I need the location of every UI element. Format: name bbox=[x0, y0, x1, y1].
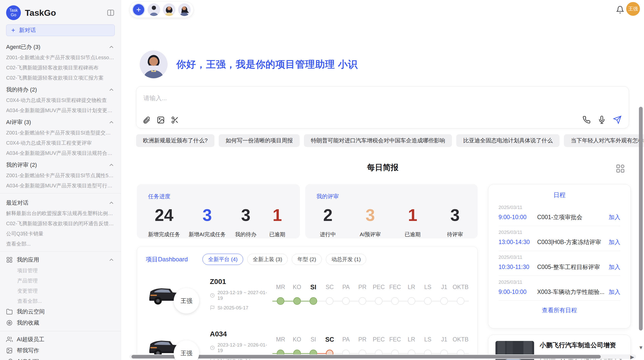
chevron-up-icon[interactable] bbox=[108, 257, 115, 263]
list-item[interactable]: Z001-全新燃油轻卡产品开发项目SI节点属性5D文件评审 bbox=[6, 170, 115, 181]
logo-row: Task Go TaskGo bbox=[6, 4, 115, 22]
microphone-icon[interactable] bbox=[598, 116, 606, 124]
chevron-up-icon[interactable] bbox=[108, 200, 115, 206]
filter-new-platform[interactable]: 全新平台 (4) bbox=[202, 254, 243, 265]
phone-icon[interactable] bbox=[582, 116, 591, 124]
scissors-icon[interactable] bbox=[171, 116, 179, 124]
sidebar-item-ai-employee[interactable]: AI超级员工 bbox=[6, 334, 115, 345]
app-item-change[interactable]: 变更管理 bbox=[6, 286, 115, 296]
join-button[interactable]: 加入 bbox=[609, 288, 620, 296]
task-progress-card: 任务进度 24 新增完成任务 3 新增AI完成任务 3 我的待办 1 已逾期 bbox=[137, 184, 300, 238]
owner-name: 王强 bbox=[181, 297, 192, 305]
recent-view-all[interactable]: 查看全部... bbox=[6, 239, 115, 249]
milestone-J1: J1 bbox=[436, 283, 452, 305]
milestone-MR: MR bbox=[272, 283, 289, 305]
sidebar-collapse-icon[interactable] bbox=[107, 9, 115, 17]
apps-view-all[interactable]: 查看全部... bbox=[6, 296, 115, 306]
event-time: 9:00-10:00 bbox=[499, 214, 537, 221]
avatar[interactable] bbox=[178, 3, 191, 16]
section-my-apps[interactable]: 我的应用 bbox=[6, 254, 115, 265]
vertical-scrollbar-thumb[interactable] bbox=[639, 107, 643, 331]
event-title: C005-整车工程目标评审 bbox=[537, 263, 605, 271]
schedule-event[interactable]: 2025/03/11 9:00-10:00 X003-车辆动力学性能验... 加… bbox=[499, 276, 620, 301]
sidebar-item-label: 帮我写作 bbox=[17, 347, 39, 354]
schedule-title: 日程 bbox=[499, 191, 620, 199]
list-item[interactable]: 解释最新出台的欧盟报废车法规再生塑料比例被调至15%... bbox=[6, 208, 115, 218]
chevron-up-icon[interactable] bbox=[108, 44, 115, 50]
stat-overdue: 1 已逾期 bbox=[266, 205, 289, 238]
join-button[interactable]: 加入 bbox=[609, 213, 620, 221]
sidebar-item-writing[interactable]: 帮我写作 bbox=[6, 345, 115, 356]
suggestion-chip[interactable]: 如何写一份清晰的项目周报 bbox=[219, 134, 300, 147]
chevron-up-icon[interactable] bbox=[108, 86, 115, 93]
event-title: C001-立项审批会 bbox=[537, 213, 605, 221]
list-item[interactable]: A034-全新新能源MUV产品开发项目法规符合性评审 bbox=[6, 148, 115, 158]
sidebar-item-creative-drawing[interactable]: 创意制图 bbox=[6, 356, 115, 360]
join-button[interactable]: 加入 bbox=[609, 238, 620, 246]
list-item[interactable]: A034-全新新能源MUV产品开发项目计划变更表编写 bbox=[6, 105, 115, 115]
paperclip-icon[interactable] bbox=[142, 116, 151, 124]
user-avatar[interactable]: 王强 bbox=[626, 2, 640, 16]
layout-toggle-icon[interactable] bbox=[616, 164, 625, 173]
new-chat-label: 新对话 bbox=[19, 26, 36, 34]
avatar[interactable] bbox=[148, 3, 160, 16]
milestone-timeline: MRKOSISCPAPRPECFECLRLSJ1OKTB bbox=[272, 283, 469, 305]
users-icon bbox=[6, 336, 13, 343]
new-session-button[interactable] bbox=[132, 3, 145, 16]
list-item[interactable]: Z001-全新燃油皮卡产品开发项目SI节点Lesson Learn报告 bbox=[6, 52, 115, 63]
app-item-project[interactable]: 项目管理 bbox=[6, 265, 115, 276]
view-all-schedule[interactable]: 查看所有日程 bbox=[499, 306, 620, 314]
image-upload-icon[interactable] bbox=[157, 116, 165, 124]
list-item[interactable]: 公司Q3轻卡销量 bbox=[6, 229, 115, 239]
horizontal-scrollbar-track[interactable] bbox=[129, 354, 636, 359]
milestone-PEC: PEC bbox=[371, 283, 387, 305]
my-review-card: 我的评审 2 进行中 3 AI预评审 1 已逾期 3 待评审 bbox=[305, 184, 478, 238]
section-my-review[interactable]: 我的评审 (2) bbox=[6, 160, 115, 170]
suggestion-chip[interactable]: 欧洲新规最近颁布了什么? bbox=[136, 134, 214, 147]
schedule-event[interactable]: 2025/03/11 10:30-11:30 C005-整车工程目标评审 加入 bbox=[499, 251, 620, 276]
horizontal-scrollbar-thumb[interactable] bbox=[131, 355, 601, 358]
list-item[interactable]: C0X4-动力总成开发项目工程变更评审 bbox=[6, 138, 115, 148]
schedule-event[interactable]: 2025/03/11 9:00-10:00 C001-立项审批会 加入 bbox=[499, 201, 620, 226]
filter-powertrain[interactable]: 动总开发 (1) bbox=[326, 254, 367, 265]
scroll-down-arrow-icon[interactable]: ▼ bbox=[638, 345, 643, 351]
suggestion-chip[interactable]: 特朗普可能对进口汽车增税会对中国车企造成哪些影响 bbox=[304, 134, 452, 147]
project-owner-badge: 王强 bbox=[174, 288, 199, 313]
milestone-PA: PA bbox=[338, 283, 354, 305]
app-item-product[interactable]: 产品管理 bbox=[6, 276, 115, 286]
section-title: 最近对话 bbox=[6, 199, 28, 207]
list-item[interactable]: A034-全新新能源MUV产品开发项目造型可行性评审 bbox=[6, 181, 115, 191]
join-button[interactable]: 加入 bbox=[609, 263, 620, 271]
section-my-todo[interactable]: 我的待办 (2) bbox=[6, 84, 115, 95]
list-item[interactable]: C02-飞腾新能源轻客改款项目里程碑画布 bbox=[6, 63, 115, 73]
filter-model-year[interactable]: 年型 (2) bbox=[292, 254, 322, 265]
list-item[interactable]: Z001-全新燃油轻卡产品开发项目SI造型提交物评审 bbox=[6, 128, 115, 138]
sidebar-item-favorites[interactable]: 我的收藏 bbox=[6, 317, 115, 328]
apps-grid-icon bbox=[6, 257, 13, 263]
list-item[interactable]: C0X4-动力总成开发项目SI里程碑提交物检查 bbox=[6, 95, 115, 105]
sidebar-item-label: 我的云空间 bbox=[17, 308, 45, 316]
list-item[interactable]: C02-飞腾新能源轻客改款项目立项汇报方案 bbox=[6, 73, 115, 83]
notifications-bell-icon[interactable] bbox=[616, 6, 624, 14]
scroll-right-arrow-icon[interactable]: ▶ bbox=[630, 354, 634, 360]
project-row[interactable]: 王强 Z001 2023-12-19 ~ 2027-01-19 SI-2025-… bbox=[146, 275, 469, 313]
chevron-up-icon[interactable] bbox=[108, 162, 115, 168]
suggestion-chip[interactable]: 当下年轻人对汽车外观有怎样的喜好趋势 bbox=[564, 134, 644, 147]
sidebar-item-cloud[interactable]: 我的云空间 bbox=[6, 306, 115, 317]
send-icon[interactable] bbox=[613, 115, 622, 124]
dashboard-filters: 全新平台 (4) 全新上装 (3) 年型 (2) 动总开发 (1) bbox=[202, 254, 366, 265]
section-recent-chats[interactable]: 最近对话 bbox=[6, 198, 115, 208]
list-item[interactable]: C02-飞腾新能源轻客改款项目的闭环通告反馈情况 bbox=[6, 218, 115, 229]
suggestion-chip[interactable]: 比亚迪全固态电池计划具体说了什么 bbox=[456, 134, 560, 147]
chevron-up-icon[interactable] bbox=[108, 119, 115, 126]
avatar[interactable] bbox=[163, 3, 175, 16]
section-ai-review[interactable]: AI评审 (3) bbox=[6, 117, 115, 128]
input-right-icons bbox=[582, 115, 622, 124]
filter-new-body[interactable]: 全新上装 (3) bbox=[247, 254, 288, 265]
event-time: 13:00-14:30 bbox=[499, 239, 537, 246]
section-agent-done[interactable]: Agent已办 (3) bbox=[6, 42, 115, 52]
schedule-event[interactable]: 2025/03/11 13:00-14:30 C003|H0B-方案冻结评审 加… bbox=[499, 226, 620, 251]
milestone-node bbox=[408, 297, 415, 305]
chat-input[interactable] bbox=[143, 94, 575, 114]
new-chat-button[interactable]: 新对话 bbox=[6, 24, 115, 36]
